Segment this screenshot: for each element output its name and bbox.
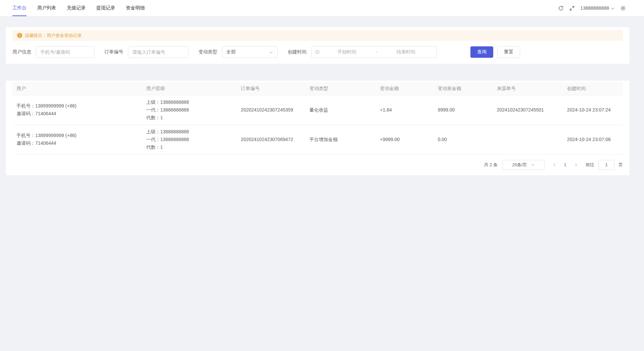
page-size-value: 20条/页 <box>512 162 527 168</box>
tab-label: 用户列表 <box>37 5 56 11</box>
range-separator: - <box>374 49 379 55</box>
user-phone: 手机号：13899999999 (+86) <box>16 102 138 110</box>
tab-fund-details[interactable]: 资金明细 <box>126 0 145 16</box>
reset-button[interactable]: 重置 <box>497 46 520 58</box>
tab-recharge-records[interactable]: 充值记录 <box>67 0 86 16</box>
filter-order-no: 订单编号 <box>104 46 188 58</box>
chevron-down-icon <box>531 163 535 167</box>
user-info-input[interactable] <box>36 46 94 58</box>
filter-card: ! 温馨提示：用户资金变动记录 用户信息 订单编号 变动类型 全部 <box>6 27 630 64</box>
chevron-down-icon <box>269 50 273 54</box>
goto-label: 前往 <box>586 162 594 168</box>
col-change-amount: 变动金额 <box>376 82 434 95</box>
tab-label: 提现记录 <box>96 5 115 11</box>
account-dropdown[interactable]: 13888888888 <box>580 5 615 11</box>
table-row: 手机号：13899999999 (+86) 邀请码：71406444 上级：13… <box>12 125 623 154</box>
user-invite-code: 邀请码：71406444 <box>16 110 138 118</box>
order-no-label: 订单编号 <box>104 49 123 55</box>
filter-user-info: 用户信息 <box>12 46 94 58</box>
tier-first-gen: 一代：13888888888 <box>146 136 233 143</box>
table-header-row: 用户 用户层级 订单编号 变动类型 变动金额 变动前金额 来源单号 创建时间 <box>12 82 623 95</box>
change-type-label: 变动类型 <box>198 49 217 55</box>
tier-gen-count: 代数：1 <box>146 114 233 122</box>
fullscreen-icon[interactable] <box>569 5 575 11</box>
cell-order-no: 20202410242307245359 <box>237 95 305 125</box>
user-info-label: 用户信息 <box>12 49 31 55</box>
header-actions: 13888888888 <box>558 0 644 16</box>
chevron-right-icon[interactable] <box>571 160 580 170</box>
cell-change-amount: +9999.00 <box>376 125 434 154</box>
tier-first-gen: 一代：13888888888 <box>146 106 233 114</box>
goto-suffix: 页 <box>618 162 623 168</box>
cell-change-amount: +1.84 <box>376 95 434 125</box>
order-no-input[interactable] <box>128 46 188 58</box>
chevron-left-icon[interactable] <box>550 160 559 170</box>
chevron-down-icon <box>611 6 615 10</box>
change-type-value: 全部 <box>226 49 236 55</box>
filter-change-type: 变动类型 全部 <box>198 46 278 58</box>
tab-user-list[interactable]: 用户列表 <box>37 0 56 16</box>
col-user-tier: 用户层级 <box>142 82 237 95</box>
filter-buttons: 查询 重置 <box>470 46 520 58</box>
col-created-at: 创建时间 <box>563 82 623 95</box>
page-content: ! 温馨提示：用户资金变动记录 用户信息 订单编号 变动类型 全部 <box>0 16 644 175</box>
cell-change-type: 平台增加金额 <box>305 125 376 154</box>
tier-parent: 上级：13888888888 <box>146 128 233 136</box>
create-time-label: 创建时间 <box>288 49 307 55</box>
records-table-card: 用户 用户层级 订单编号 变动类型 变动金额 变动前金额 来源单号 创建时间 手… <box>6 81 630 175</box>
start-time-placeholder: 开始时间 <box>320 49 374 55</box>
cell-user-tier: 上级：13888888888 一代：13888888888 代数：1 <box>142 125 237 154</box>
pagination: 共 2 条 20条/页 1 前往 页 <box>12 160 623 170</box>
page-number-current[interactable]: 1 <box>561 162 569 167</box>
cell-change-type: 量化收益 <box>305 95 376 125</box>
tab-label: 工作台 <box>12 5 27 11</box>
cell-user: 手机号：13899999999 (+86) 邀请码：71406444 <box>12 95 142 125</box>
search-button[interactable]: 查询 <box>470 46 493 58</box>
tab-bar: 工作台 用户列表 充值记录 提现记录 资金明细 <box>0 0 155 16</box>
goto-page-input[interactable] <box>598 160 614 170</box>
cell-user: 手机号：13899999999 (+86) 邀请码：71406444 <box>12 125 142 154</box>
filter-row: 用户信息 订单编号 变动类型 全部 创建时间 <box>12 46 623 58</box>
records-table: 用户 用户层级 订单编号 变动类型 变动金额 变动前金额 来源单号 创建时间 手… <box>12 82 623 155</box>
gear-icon[interactable] <box>620 5 626 11</box>
refresh-icon[interactable] <box>558 5 564 11</box>
user-invite-code: 邀请码：71406444 <box>16 139 138 147</box>
col-change-type: 变动类型 <box>305 82 376 95</box>
page-size-select[interactable]: 20条/页 <box>502 160 545 170</box>
cell-user-tier: 上级：13888888888 一代：13888888888 代数：1 <box>142 95 237 125</box>
cell-amount-before: 9999.00 <box>434 95 493 125</box>
cell-source-no: 202410242307245501 <box>493 95 563 125</box>
cell-order-no: 20202410242307069472 <box>237 125 305 154</box>
notice-text: 温馨提示：用户资金变动记录 <box>25 33 82 39</box>
cell-amount-before: 0.00 <box>434 125 493 154</box>
clock-icon <box>315 50 320 54</box>
pagination-total: 共 2 条 <box>484 162 498 168</box>
change-type-select[interactable]: 全部 <box>222 46 278 58</box>
end-time-placeholder: 结束时间 <box>378 49 433 55</box>
notice-banner: ! 温馨提示：用户资金变动记录 <box>12 30 623 41</box>
user-phone: 手机号：13899999999 (+86) <box>16 132 138 139</box>
tab-withdraw-records[interactable]: 提现记录 <box>96 0 115 16</box>
table-row: 手机号：13899999999 (+86) 邀请码：71406444 上级：13… <box>12 95 623 125</box>
col-source-no: 来源单号 <box>493 82 563 95</box>
create-time-range-picker[interactable]: 开始时间 - 结束时间 <box>311 46 437 58</box>
tab-workbench[interactable]: 工作台 <box>12 0 27 16</box>
col-user: 用户 <box>12 82 142 95</box>
cell-created-at: 2024-10-24 23:07:06 <box>563 125 623 154</box>
cell-source-no <box>493 125 563 154</box>
tier-gen-count: 代数：1 <box>146 143 233 151</box>
col-order-no: 订单编号 <box>237 82 305 95</box>
account-phone: 13888888888 <box>580 5 609 11</box>
filter-create-time: 创建时间 开始时间 - 结束时间 <box>288 46 437 58</box>
tab-label: 充值记录 <box>67 5 86 11</box>
col-amount-before: 变动前金额 <box>434 82 493 95</box>
tab-label: 资金明细 <box>126 5 145 11</box>
tier-parent: 上级：13888888888 <box>146 98 233 106</box>
top-header: 工作台 用户列表 充值记录 提现记录 资金明细 13888888888 <box>0 0 644 16</box>
cell-created-at: 2024-10-24 23:07:24 <box>563 95 623 125</box>
warning-icon: ! <box>17 33 22 38</box>
